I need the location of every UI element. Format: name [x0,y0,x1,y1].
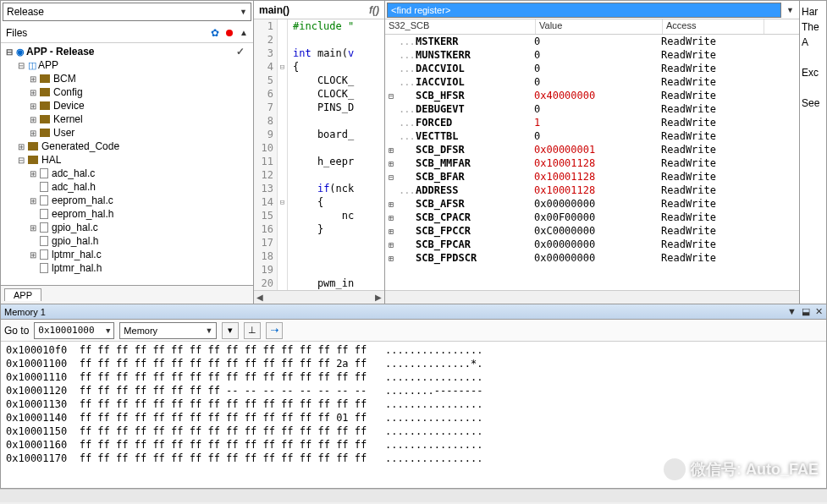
close-icon[interactable]: ✕ [815,306,823,317]
tree-item[interactable]: ⊞adc_hal.c [4,167,250,180]
record-icon[interactable] [226,30,233,36]
tree-item[interactable]: ⊞gpio_hal.c [4,221,250,234]
folder-icon [40,115,50,123]
register-name: SCB_BFAR [416,171,534,183]
expand-icon[interactable]: ⊞ [28,101,38,111]
register-row[interactable]: ⊞SCB_FPCAR0x00000000ReadWrite [385,238,799,251]
expand-icon[interactable]: ⊞ [28,250,38,260]
register-row[interactable]: ⊞SCB_MMFAR0x10001128ReadWrite [385,156,799,170]
tree-item[interactable]: ⊞Config [4,85,250,99]
expand-icon[interactable]: ⊞ [385,200,397,209]
register-row[interactable]: ⊟SCB_BFAR0x10001128ReadWrite [385,170,799,184]
register-row[interactable]: ⊞SCB_FPCCR0xC0000000ReadWrite [385,224,799,238]
register-name: MSTKERR [416,36,534,47]
memory-view-combo[interactable]: Memory ▼ [119,322,217,339]
tree-item[interactable]: ⊞User [4,126,250,140]
register-row[interactable]: ⊞SCB_DFSR0x00000001ReadWrite [385,143,799,156]
scroll-left-icon[interactable]: ◀ [254,293,266,302]
register-row[interactable]: ....MUNSTKERR0ReadWrite [385,48,799,62]
tree-item[interactable]: ⊞BCM [4,72,250,85]
tree-item[interactable]: ⊟HAL [4,153,250,167]
register-hscroll[interactable] [385,290,799,304]
expand-icon[interactable]: ⊟ [4,47,14,57]
expand-icon[interactable]: ⊞ [28,169,38,178]
pin-icon[interactable]: ⬓ [802,306,810,317]
tree-item[interactable]: eeprom_hal.h [4,207,250,221]
tree-item[interactable]: ⊟◫APP [4,58,250,72]
files-header: Files ✿ ▲ [1,23,253,43]
expand-icon[interactable]: ⊞ [28,115,38,124]
register-row[interactable]: ....FORCED1ReadWrite [385,116,799,129]
tree-item-label: lptmr_hal.c [52,249,102,260]
register-row[interactable]: ....DEBUGEVT0ReadWrite [385,102,799,116]
expand-icon[interactable]: ⊟ [16,156,26,165]
expand-icon[interactable]: ⊞ [385,254,397,263]
col-value-header[interactable]: Value [536,19,663,34]
expand-icon[interactable]: ⊞ [28,129,38,138]
tree-item[interactable]: ⊞Device [4,99,250,112]
fold-column[interactable]: ⊟ ⊟ [278,19,288,290]
tree-item-label: gpio_hal.c [52,222,98,233]
file-tree[interactable]: ⊟ ◉ APP - Release ✓ ⊟◫APP⊞BCM⊞Config⊞Dev… [1,43,253,285]
tree-item[interactable]: ⊞lptmr_hal.c [4,248,250,261]
register-access: ReadWrite [661,144,716,156]
register-row[interactable]: ....DACCVIOL0ReadWrite [385,62,799,75]
memory-title: Memory 1 [4,307,46,317]
expand-icon[interactable]: ⊞ [28,74,38,84]
register-row[interactable]: ⊟SCB_HFSR0x40000000ReadWrite [385,89,799,102]
memory-panel: Memory 1 ▼ ⬓ ✕ Go to 0x10001000 ▼ Memory… [0,304,827,489]
expand-icon[interactable]: ⊞ [28,223,38,233]
bottom-scrollbar[interactable] [0,489,827,502]
expand-icon[interactable]: ⊟ [385,173,397,182]
memory-tool-button-1[interactable]: ▾ [222,322,239,339]
tree-item[interactable]: ⊞Kernel [4,112,250,126]
gear-icon[interactable]: ✿ [211,27,219,39]
memory-body[interactable]: 0x100010f0 ff ff ff ff ff ff ff ff ff ff… [1,342,826,488]
files-tab[interactable]: APP [4,288,41,301]
expand-icon[interactable]: ⊟ [385,91,397,101]
file-icon [40,222,48,233]
memory-address-value: 0x10001000 [38,325,94,336]
expand-icon[interactable]: ⊞ [385,240,397,249]
code-lines[interactable]: #include " int main(v { CLOCK_ CLOCK_ PI… [288,19,384,290]
memory-address-input[interactable]: 0x10001000 ▼ [34,322,114,339]
memory-tool-button-2[interactable]: ⊥ [244,322,261,339]
expand-icon[interactable]: ⊞ [28,196,38,205]
col-name-header[interactable]: S32_SCB [385,19,536,34]
register-row[interactable]: ....VECTTBL0ReadWrite [385,129,799,143]
tree-item[interactable]: gpio_hal.h [4,234,250,248]
memory-tool-button-3[interactable]: ⇢ [266,322,283,339]
tree-root[interactable]: ⊟ ◉ APP - Release ✓ [4,45,250,58]
expand-icon[interactable]: ⊞ [385,227,397,236]
code-hscroll[interactable]: ◀ ▶ [254,290,384,304]
find-register-input[interactable]: <find register> [387,3,781,18]
expand-icon[interactable]: ⊟ [16,61,26,70]
arrow-up-icon[interactable]: ▲ [240,28,248,37]
expand-icon[interactable]: ⊞ [28,88,38,97]
memory-title-bar[interactable]: Memory 1 ▼ ⬓ ✕ [1,304,826,320]
register-row[interactable]: ....MSTKERR0ReadWrite [385,35,799,48]
register-row[interactable]: ⊞SCB_FPDSCR0x00000000ReadWrite [385,251,799,265]
function-icon[interactable]: f() [369,4,379,16]
tree-item[interactable]: ⊞Generated_Code [4,140,250,153]
tree-item[interactable]: adc_hal.h [4,180,250,194]
code-body[interactable]: 1234567891011121314151617181920 ⊟ ⊟ #inc… [254,19,384,290]
expand-icon[interactable]: ⊞ [385,213,397,222]
register-row[interactable]: ⊞SCB_CPACR0x00F00000ReadWrite [385,211,799,224]
expand-icon[interactable]: ⊞ [16,142,26,151]
tree-item[interactable]: lptmr_hal.h [4,261,250,275]
register-access: ReadWrite [661,117,716,129]
tree-item[interactable]: ⊞eeprom_hal.c [4,194,250,207]
dropdown-icon[interactable]: ▼ [787,306,797,317]
register-row[interactable]: ....ADDRESS0x10001128ReadWrite [385,184,799,197]
col-access-header[interactable]: Access [663,19,764,34]
register-row[interactable]: ⊞SCB_AFSR0x00000000ReadWrite [385,197,799,211]
folder-icon [28,156,38,164]
release-combo[interactable]: Release ▼ [3,3,251,21]
chevron-down-icon[interactable]: ▼ [783,6,797,14]
register-body[interactable]: ....MSTKERR0ReadWrite....MUNSTKERR0ReadW… [385,35,799,290]
scroll-right-icon[interactable]: ▶ [372,293,384,302]
expand-icon[interactable]: ⊞ [385,159,397,168]
register-row[interactable]: ....IACCVIOL0ReadWrite [385,75,799,89]
expand-icon[interactable]: ⊞ [385,145,397,155]
